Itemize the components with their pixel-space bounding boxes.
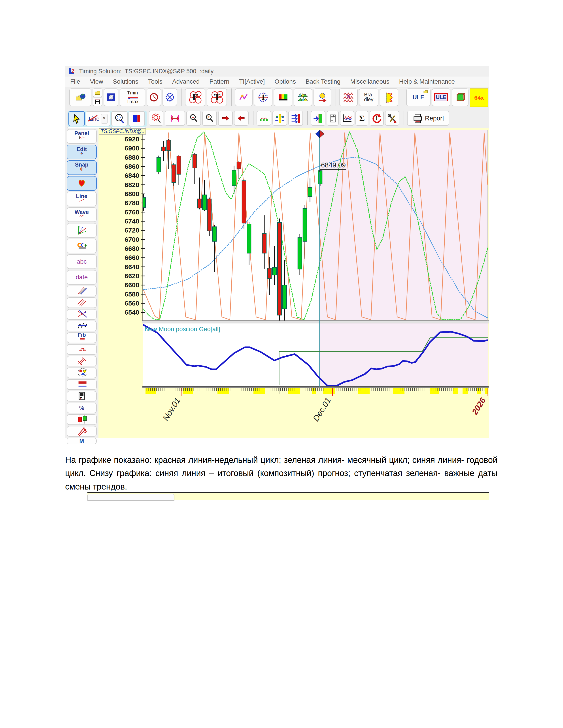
arc-cycles-button[interactable] [256, 111, 271, 126]
sidebar-item-pitchfork[interactable] [67, 356, 97, 366]
menu-item-help-maintenance[interactable]: Help & Maintenance [399, 78, 455, 85]
toolbar-separator [231, 88, 232, 106]
speed-badge[interactable]: 64x [470, 88, 488, 107]
sidebar-item-hatch-lines[interactable] [67, 297, 97, 308]
coin-button[interactable] [314, 88, 331, 106]
sidebar-item-arcs[interactable] [67, 344, 97, 355]
sidebar-item-shapes[interactable] [67, 368, 97, 378]
tmin-tmax-button[interactable]: TminTmax [120, 88, 145, 106]
sidebar-item-favorite[interactable] [67, 176, 97, 191]
svg-text:E: E [192, 92, 199, 103]
sidebar-item-parallel-lines[interactable] [67, 286, 97, 296]
pitchfork-icon [76, 356, 87, 366]
planets-icon [76, 241, 87, 251]
svg-text:T: T [261, 93, 265, 101]
download-quotes-button[interactable] [104, 88, 118, 106]
scroll-right-button[interactable] [218, 111, 233, 126]
cursor-tool-button[interactable] [68, 111, 85, 126]
save-button[interactable] [93, 98, 102, 106]
go-last-button[interactable] [311, 111, 326, 126]
svg-text:6680: 6680 [124, 245, 139, 252]
zigzag-button[interactable] [235, 88, 252, 106]
eclipse-t-button[interactable]: T [207, 88, 227, 106]
split-bar-button[interactable] [272, 111, 287, 126]
menu-item-view[interactable]: View [90, 78, 103, 85]
menu-item-ti-active-[interactable]: TI[Active] [239, 78, 265, 85]
sidebar-item-hlines[interactable] [67, 379, 97, 390]
monitor-icon [77, 391, 86, 402]
menu-item-miscellaneous[interactable]: Miscellaneous [350, 78, 389, 85]
line-tool-button[interactable]: Line* [86, 111, 110, 126]
sidebar-item-label: Snap [75, 162, 88, 167]
drawing-sidebar: PanelEditSnapLineWaveabcdatezFib%M [65, 128, 98, 438]
colorbar-button[interactable] [274, 88, 292, 106]
doc-button[interactable] [327, 111, 339, 126]
eclipse-e-button[interactable]: E [185, 88, 205, 106]
sidebar-item-crossed-lines[interactable]: z [67, 309, 97, 320]
sidebar-item-candle-pair[interactable] [67, 414, 97, 425]
bradley-button[interactable]: Bradley [359, 88, 379, 106]
parallel-lines-icon [76, 286, 87, 296]
chart-grid-button[interactable] [340, 111, 354, 126]
sidebar-item-label: % [79, 405, 84, 411]
svg-text:6880: 6880 [124, 154, 139, 161]
menu-item-pattern[interactable]: Pattern [209, 78, 229, 85]
sidebar-item-edit[interactable]: Edit [67, 145, 97, 159]
open-file-button[interactable] [93, 88, 102, 97]
spectrum-button[interactable] [294, 88, 312, 106]
panel-color-button[interactable] [128, 111, 145, 126]
sidebar-item-red-arrows[interactable] [67, 426, 97, 437]
astro-t-button[interactable]: T [254, 88, 272, 106]
ule-open-button[interactable]: ULE [406, 88, 431, 106]
menu-item-back-testing[interactable]: Back Testing [306, 78, 341, 85]
sidebar-item-triangle-wave[interactable] [67, 321, 97, 331]
width-button[interactable] [165, 111, 185, 126]
sidebar-item-planets[interactable] [67, 239, 97, 253]
wheel-button[interactable] [162, 88, 177, 106]
menu-item-solutions[interactable]: Solutions [113, 78, 138, 85]
sidebar-item-percent[interactable]: % [67, 403, 97, 413]
open-world-button[interactable] [69, 88, 91, 106]
main-toolbar: TminTmaxETTBradleyULEULE64x [65, 87, 489, 109]
window-title: Timing Solution: TS:GSPC.INDX@S&P 500 :d… [79, 68, 213, 75]
menu-item-options[interactable]: Options [274, 78, 296, 85]
wave-star-button[interactable] [339, 88, 358, 106]
refresh-button[interactable]: ! [370, 111, 384, 126]
menu-item-advanced[interactable]: Advanced [172, 78, 200, 85]
main-content: PanelEditSnapLineWaveabcdatezFib%M 69206… [65, 128, 489, 438]
cube-button[interactable] [452, 88, 469, 106]
toolbar-separator [181, 88, 182, 106]
settings-tools-button[interactable] [385, 111, 399, 126]
sidebar-item-fan-lines[interactable] [67, 223, 97, 238]
sidebar-item-snap[interactable]: Snap [67, 160, 97, 175]
zoom-in-button[interactable]: + [202, 111, 217, 126]
sidebar-item-fib[interactable]: Fib [67, 332, 97, 343]
svg-text:6600: 6600 [124, 281, 139, 289]
sidebar-item-panel[interactable]: Panel [67, 129, 97, 144]
svg-text:6920: 6920 [124, 135, 139, 143]
flag-button[interactable] [380, 88, 398, 106]
sidebar-item-partial-m[interactable]: M [67, 438, 97, 444]
sum-button[interactable]: Σ [356, 111, 368, 126]
sidebar-item-wave[interactable]: Wave [67, 207, 97, 222]
red-arrows-icon [76, 426, 87, 437]
menu-item-tools[interactable]: Tools [148, 78, 162, 85]
price-chart[interactable]: 6920690068806860684068206800678067606740… [98, 128, 489, 438]
shift-to-end-button[interactable] [289, 111, 303, 126]
svg-text:6900: 6900 [124, 144, 139, 152]
zoom-out-button[interactable]: – [186, 111, 201, 126]
bottom-tab[interactable] [87, 494, 174, 501]
report-button[interactable]: Report [407, 111, 449, 126]
zoom-pattern-button[interactable] [111, 111, 128, 126]
ule-box-button[interactable]: ULE [432, 88, 450, 106]
sidebar-item-abc-label[interactable]: abc [67, 254, 97, 269]
fib-icon [76, 338, 87, 343]
sidebar-item-line[interactable]: Line [67, 192, 97, 206]
zoom-special-button[interactable] [149, 111, 163, 126]
menu-item-file[interactable]: File [70, 78, 80, 85]
toolbar-separator [404, 111, 404, 125]
scroll-left-button[interactable] [234, 111, 248, 126]
sidebar-item-monitor[interactable] [67, 391, 97, 402]
sidebar-item-date-label[interactable]: date [67, 270, 97, 285]
clock-button[interactable] [147, 88, 161, 106]
